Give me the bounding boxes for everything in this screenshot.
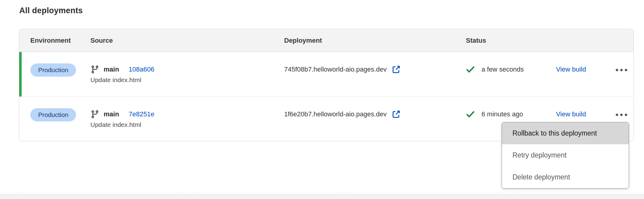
menu-item-retry[interactable]: Retry deployment — [502, 144, 629, 166]
column-header-environment: Environment — [19, 37, 90, 44]
git-branch-icon — [90, 65, 99, 74]
success-check-icon — [466, 65, 475, 74]
external-link-icon[interactable] — [391, 109, 401, 119]
section-divider-fade — [0, 191, 644, 194]
menu-item-rollback[interactable]: Rollback to this deployment — [502, 122, 629, 144]
page-title: All deployments — [19, 6, 83, 15]
source-cell: main 108a606 Update index.html — [90, 63, 284, 84]
view-build-link[interactable]: View build — [556, 66, 586, 73]
deployment-url: 745f08b7.helloworld-aio.pages.dev — [284, 66, 387, 73]
menu-item-delete[interactable]: Delete deployment — [502, 166, 629, 188]
next-section-edge — [0, 194, 644, 199]
ellipsis-dot — [616, 114, 618, 116]
commit-message: Update index.html — [90, 121, 284, 128]
table-row: Production main 108a606 Update index.htm… — [19, 52, 633, 96]
deployment-cell: 1f6e20b7.helloworld-aio.pages.dev — [284, 108, 466, 120]
deployment-actions-menu: Rollback to this deployment Retry deploy… — [502, 122, 629, 188]
ellipsis-dot — [620, 69, 623, 71]
status-time: 6 minutes ago — [481, 110, 523, 118]
status-time: a few seconds — [481, 66, 524, 73]
ellipsis-dot — [620, 114, 623, 116]
deployment-url: 1f6e20b7.helloworld-aio.pages.dev — [284, 110, 387, 118]
table-header-row: Environment Source Deployment Status — [19, 29, 633, 52]
source-cell: main 7e8251e Update index.html — [90, 108, 284, 128]
current-deployment-indicator — [19, 52, 22, 96]
row-actions-menu-button[interactable] — [615, 66, 628, 74]
branch-name: main — [104, 66, 119, 73]
view-build-link[interactable]: View build — [556, 110, 586, 118]
environment-badge: Production — [30, 108, 76, 121]
git-branch-icon — [90, 110, 99, 119]
commit-message: Update index.html — [90, 76, 284, 84]
deployment-cell: 745f08b7.helloworld-aio.pages.dev — [284, 63, 466, 75]
ellipsis-dot — [625, 114, 627, 116]
commit-link[interactable]: 7e8251e — [129, 110, 154, 118]
column-header-deployment: Deployment — [284, 37, 466, 44]
row-actions-menu-button[interactable] — [615, 111, 628, 119]
branch-name: main — [104, 110, 119, 118]
ellipsis-dot — [625, 69, 627, 71]
column-header-source: Source — [90, 37, 284, 44]
environment-badge: Production — [30, 63, 76, 77]
commit-link[interactable]: 108a606 — [129, 66, 154, 73]
ellipsis-dot — [616, 69, 618, 71]
success-check-icon — [466, 110, 475, 119]
status-cell: a few seconds — [466, 63, 556, 75]
external-link-icon[interactable] — [391, 65, 401, 74]
column-header-status: Status — [466, 37, 556, 44]
status-cell: 6 minutes ago — [466, 108, 556, 120]
